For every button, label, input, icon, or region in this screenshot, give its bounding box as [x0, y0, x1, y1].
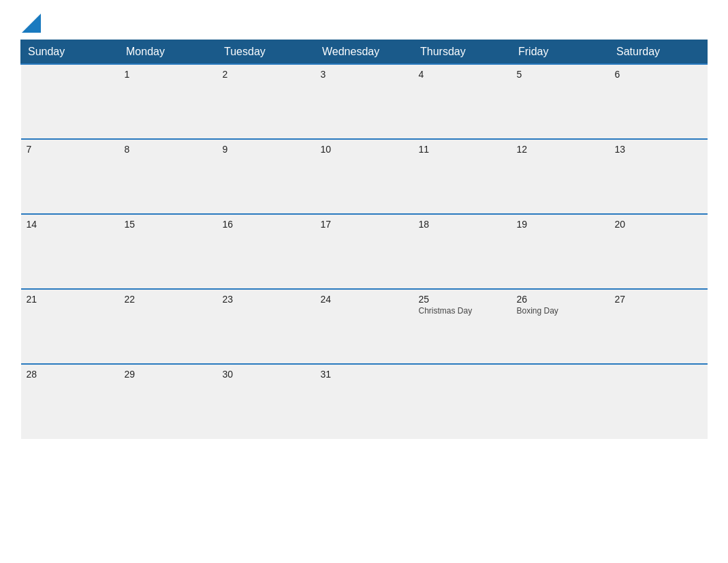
calendar-cell: 1: [119, 64, 217, 139]
calendar-cell: 3: [315, 64, 413, 139]
day-number: 9: [223, 144, 310, 155]
day-number: 14: [27, 219, 114, 230]
calendar-cell: 11: [413, 139, 511, 214]
holiday-label: Christmas Day: [419, 306, 506, 316]
day-number: 31: [321, 369, 408, 380]
calendar-cell: [413, 364, 511, 439]
day-number: 15: [125, 219, 212, 230]
calendar-cell: 19: [511, 214, 610, 289]
day-number: 20: [615, 219, 702, 230]
day-number: 22: [125, 294, 212, 305]
calendar-cell: 25Christmas Day: [413, 289, 511, 364]
calendar-body: 1234567891011121314151617181920212223242…: [21, 64, 708, 439]
calendar-table: SundayMondayTuesdayWednesdayThursdayFrid…: [20, 40, 708, 439]
week-row-1: 123456: [21, 64, 708, 139]
calendar-cell: 21: [21, 289, 119, 364]
day-number: 13: [615, 144, 702, 155]
calendar-cell: [21, 64, 119, 139]
svg-marker-0: [22, 14, 41, 33]
calendar-cell: 30: [217, 364, 315, 439]
calendar-cell: 24: [315, 289, 413, 364]
calendar-cell: [610, 364, 708, 439]
calendar-cell: 6: [610, 64, 708, 139]
week-row-3: 14151617181920: [21, 214, 708, 289]
calendar-cell: 18: [413, 214, 511, 289]
day-number: 17: [321, 219, 408, 230]
calendar-cell: 14: [21, 214, 119, 289]
day-header-sunday: Sunday: [21, 40, 119, 65]
calendar-cell: 31: [315, 364, 413, 439]
day-header-saturday: Saturday: [610, 40, 708, 65]
calendar-cell: 10: [315, 139, 413, 214]
calendar-cell: 29: [119, 364, 217, 439]
day-number: 10: [321, 144, 408, 155]
day-header-thursday: Thursday: [413, 40, 511, 65]
day-number: 18: [419, 219, 506, 230]
day-number: 1: [125, 69, 212, 80]
day-number: 28: [27, 369, 114, 380]
calendar-cell: 20: [610, 214, 708, 289]
calendar-cell: 13: [610, 139, 708, 214]
calendar-cell: 16: [217, 214, 315, 289]
day-header-tuesday: Tuesday: [217, 40, 315, 65]
calendar-cell: 2: [217, 64, 315, 139]
week-row-5: 28293031: [21, 364, 708, 439]
day-number: 5: [517, 69, 604, 80]
calendar-cell: [511, 364, 610, 439]
day-number: 16: [223, 219, 310, 230]
calendar-cell: 5: [511, 64, 610, 139]
day-number: 30: [223, 369, 310, 380]
logo-triangle-icon: [22, 14, 41, 33]
day-number: 27: [615, 294, 702, 305]
day-number: 2: [223, 69, 310, 80]
day-number: 12: [517, 144, 604, 155]
calendar-cell: 27: [610, 289, 708, 364]
day-number: 26: [517, 294, 604, 305]
week-row-4: 2122232425Christmas Day26Boxing Day27: [21, 289, 708, 364]
day-number: 4: [419, 69, 506, 80]
day-number: 24: [321, 294, 408, 305]
calendar-cell: 4: [413, 64, 511, 139]
holiday-label: Boxing Day: [517, 306, 604, 316]
day-number: 29: [125, 369, 212, 380]
page-header: [20, 14, 708, 33]
day-number: 7: [27, 144, 114, 155]
day-number: 23: [223, 294, 310, 305]
calendar-cell: 8: [119, 139, 217, 214]
calendar-cell: 12: [511, 139, 610, 214]
day-number: 21: [27, 294, 114, 305]
day-number: 8: [125, 144, 212, 155]
day-number: 11: [419, 144, 506, 155]
day-number: 6: [615, 69, 702, 80]
calendar-cell: 15: [119, 214, 217, 289]
calendar-cell: 23: [217, 289, 315, 364]
calendar-header: SundayMondayTuesdayWednesdayThursdayFrid…: [21, 40, 708, 65]
calendar-cell: 7: [21, 139, 119, 214]
week-row-2: 78910111213: [21, 139, 708, 214]
calendar-cell: 28: [21, 364, 119, 439]
calendar-cell: 22: [119, 289, 217, 364]
calendar-cell: 9: [217, 139, 315, 214]
day-number: 25: [419, 294, 506, 305]
day-header-friday: Friday: [511, 40, 610, 65]
calendar-cell: 17: [315, 214, 413, 289]
day-header-monday: Monday: [119, 40, 217, 65]
day-header-wednesday: Wednesday: [315, 40, 413, 65]
calendar-cell: 26Boxing Day: [511, 289, 610, 364]
days-header-row: SundayMondayTuesdayWednesdayThursdayFrid…: [21, 40, 708, 65]
logo: [20, 14, 41, 33]
day-number: 19: [517, 219, 604, 230]
day-number: 3: [321, 69, 408, 80]
